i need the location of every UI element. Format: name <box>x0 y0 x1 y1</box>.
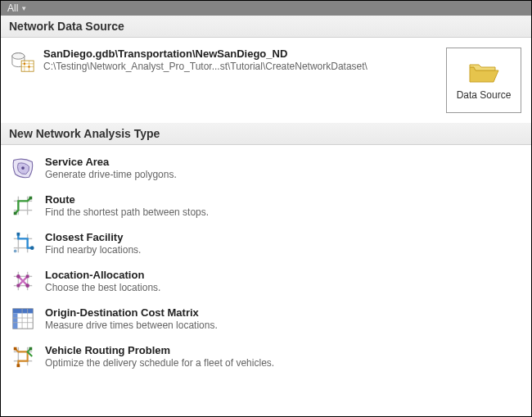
analysis-title: Closest Facility <box>45 231 141 243</box>
data-source-button-label: Data Source <box>457 89 512 101</box>
analysis-item-route[interactable]: Route Find the shortest path between sto… <box>1 187 531 224</box>
analysis-desc: Generate drive-time polygons. <box>45 169 177 180</box>
data-source-button[interactable]: Data Source <box>446 48 521 113</box>
svg-point-7 <box>24 63 25 65</box>
route-icon <box>11 193 35 218</box>
analysis-title: Vehicle Routing Problem <box>45 344 274 356</box>
chevron-down-icon: ▼ <box>20 5 27 12</box>
service-area-icon <box>11 156 35 180</box>
svg-rect-15 <box>29 197 33 200</box>
analysis-desc: Find nearby locations. <box>45 244 141 256</box>
svg-rect-35 <box>13 313 18 329</box>
analysis-desc: Choose the best locations. <box>45 282 160 293</box>
analysis-desc: Measure drive times between locations. <box>45 320 218 331</box>
vrp-icon <box>11 344 35 369</box>
svg-rect-34 <box>13 309 33 314</box>
svg-rect-46 <box>17 364 20 367</box>
svg-point-21 <box>30 246 34 250</box>
analysis-item-od-matrix[interactable]: Origin-Destination Cost Matrix Measure d… <box>1 300 531 338</box>
analysis-desc: Optimize the delivery schedule for a fle… <box>45 357 274 369</box>
svg-point-1 <box>12 53 25 60</box>
svg-rect-44 <box>14 347 17 351</box>
data-source-title: SanDiego.gdb\Transportation\NewSanDiego_… <box>43 48 367 60</box>
svg-rect-31 <box>17 284 20 288</box>
svg-rect-45 <box>29 347 33 351</box>
svg-point-8 <box>28 66 29 67</box>
analysis-title: Origin-Destination Cost Matrix <box>45 306 218 319</box>
svg-rect-20 <box>17 233 20 236</box>
data-source-row: SanDiego.gdb\Transportation\NewSanDiego_… <box>1 38 531 123</box>
analysis-desc: Find the shortest path between stops. <box>45 206 209 218</box>
location-allocation-icon <box>11 269 35 293</box>
svg-rect-30 <box>26 275 29 279</box>
analysis-item-location-allocation[interactable]: Location-Allocation Choose the best loca… <box>1 262 531 300</box>
svg-rect-14 <box>14 212 17 215</box>
network-dataset-icon <box>11 49 35 74</box>
analysis-title: Route <box>45 193 209 206</box>
closest-facility-icon <box>11 231 35 256</box>
data-source-path: C:\Testing\Network_Analyst_Pro_Tutor...s… <box>43 61 367 72</box>
svg-point-9 <box>21 166 25 170</box>
filter-bar[interactable]: All ▼ <box>1 1 531 16</box>
analysis-title: Location-Allocation <box>45 269 160 281</box>
folder-open-icon <box>467 61 500 85</box>
filter-label: All <box>7 2 18 14</box>
svg-rect-2 <box>21 61 34 71</box>
analysis-title: Service Area <box>45 156 177 168</box>
section-header-data-source: Network Data Source <box>1 16 531 38</box>
section-header-analysis: New Network Analysis Type <box>1 123 531 145</box>
svg-point-22 <box>14 250 17 253</box>
svg-point-29 <box>16 274 20 279</box>
analysis-list: Service Area Generate drive-time polygon… <box>1 145 531 379</box>
data-source-info: SanDiego.gdb\Transportation\NewSanDiego_… <box>11 48 367 74</box>
od-matrix-icon <box>11 306 35 331</box>
analysis-item-vrp[interactable]: Vehicle Routing Problem Optimize the del… <box>1 338 531 375</box>
analysis-item-service-area[interactable]: Service Area Generate drive-time polygon… <box>1 149 531 187</box>
analysis-item-closest-facility[interactable]: Closest Facility Find nearby locations. <box>1 224 531 262</box>
svg-point-32 <box>25 283 29 288</box>
